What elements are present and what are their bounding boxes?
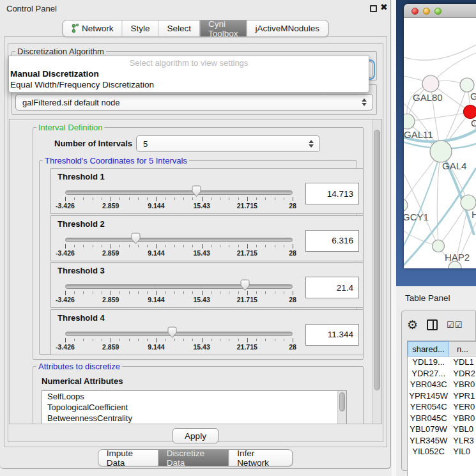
tab-style[interactable]: Style [121,20,158,36]
close-icon[interactable]: ✖ [380,2,388,12]
network-node-gal80[interactable] [422,75,439,92]
minor-tick [229,291,229,294]
network-canvas[interactable]: GAL80GALCGAL11GAL4GCY1HHAP2 [404,18,476,268]
minor-tick [102,339,102,341]
threshold-label: Threshold 3 [58,266,105,275]
control-panel-window: Control Panel ✖ NetworkStyleSelectCyni T… [0,0,391,469]
network-window-titlebar[interactable] [404,4,476,18]
cell-shared-name: YBR045C [408,413,449,424]
tab-cyni-toolbox[interactable]: Cyni Toolbox [199,20,247,36]
minimize-traffic-light-icon[interactable] [423,8,430,15]
network-node-gal4[interactable] [430,141,452,162]
table-data-combobox[interactable]: galFiltered.sif default node [15,94,373,111]
threshold-value-field[interactable]: 11.344 [305,324,359,346]
settings-scrollbar-thumb[interactable] [374,130,380,390]
table-row[interactable]: YDR27...YDR2 [408,368,476,380]
minor-tick [83,245,84,247]
minor-tick [256,197,257,200]
threshold-slider[interactable]: -3.4262.8599.14415.4321.71528 [65,279,293,305]
minor-tick [220,197,220,200]
slider-thumb[interactable] [240,279,250,294]
network-view-content: GAL80GALCGAL11GAL4GCY1HHAP2 [404,4,476,268]
threshold-label: Threshold 4 [58,313,105,323]
minor-tick [265,197,266,200]
table-row[interactable]: YPR145WYPR1 [408,390,476,402]
threshold-value-field[interactable]: 6.316 [305,230,359,252]
network-node-h[interactable] [461,195,476,210]
slider-rail [65,284,293,289]
close-traffic-light-icon[interactable] [411,8,418,15]
minor-tick [119,197,120,200]
threshold-value-field[interactable]: 14.713 [305,183,359,204]
dropdown-option[interactable]: Equal Width/Frequency Discretization [9,79,369,90]
table-row[interactable]: YDL19...YDL1 [408,357,476,368]
minor-tick [119,291,120,294]
threshold-slider[interactable]: -3.4262.8599.14415.4321.71528 [65,185,293,211]
float-window-icon[interactable] [370,5,377,12]
tick-label: 28 [289,343,296,351]
minor-tick [229,245,229,247]
tab-network[interactable]: Network [63,20,122,36]
table-row[interactable]: YBL079WYBL0 [408,424,476,435]
tab-jactivemnodules[interactable]: jActiveMNodules [247,20,328,36]
dropdown-option[interactable]: Manual Discretization [9,68,369,79]
table-row[interactable]: YBR043CYBR0 [408,379,476,390]
cell-shared-name: YER054C [408,401,449,413]
window-title: Control Panel [6,4,57,13]
gear-icon[interactable]: ⚙ [407,319,418,331]
network-node-gal[interactable] [460,78,474,92]
column-header-shared-name[interactable]: shared... [408,341,449,357]
attributes-scrollbar-thumb[interactable] [339,392,345,411]
minor-tick [284,197,284,200]
node-label: GCY1 [404,211,429,222]
major-tick [65,338,66,342]
minor-tick [129,197,130,200]
table-row[interactable]: YIL052CYIL0 [408,446,476,457]
minor-tick [74,197,75,200]
slider-thumb[interactable] [131,233,141,247]
node-label: GAL11 [404,129,433,140]
cell-name: YPR1 [449,390,476,402]
threshold-slider[interactable]: -3.4262.8599.14415.4321.71528 [65,233,293,258]
tick-label: 15.43 [193,249,210,257]
network-node-hap2[interactable] [433,240,445,252]
minor-tick [229,339,229,341]
table-row[interactable]: YBR045CYBR0 [408,413,476,424]
table-row[interactable]: YER054CYER0 [408,401,476,413]
cell-name: YIL0 [449,446,476,457]
node-label: H [472,209,476,220]
attribute-list-item[interactable]: BetweennessCentrality [42,413,346,424]
minor-tick [165,197,166,200]
zoom-traffic-light-icon[interactable] [434,8,441,15]
minor-tick [119,339,120,341]
select-columns-icon[interactable]: ☑☑ [447,320,463,330]
cell-shared-name: YBR043C [408,379,449,390]
threshold-slider[interactable]: -3.4262.8599.14415.4321.71528 [65,326,293,352]
num-intervals-combobox[interactable]: 5 [136,135,320,152]
threshold-value-field[interactable]: 21.4 [305,277,359,298]
major-tick [111,338,111,342]
table-panel-title: Table Panel [405,293,450,303]
minor-tick [147,197,148,200]
attributes-scrollbar[interactable] [337,391,346,424]
tab-impute-data[interactable]: Impute Data [98,450,158,466]
network-node-c[interactable] [464,105,476,119]
column-layout-icon[interactable] [427,319,438,330]
slider-thumb[interactable] [192,185,201,200]
tab-select[interactable]: Select [158,20,199,36]
tab-discretize-data[interactable]: Discretize Data [158,450,228,466]
attribute-list-item[interactable]: TopologicalCoefficient [42,402,346,413]
minor-tick [174,291,175,294]
table-row[interactable]: YLR345WYLR3 [408,435,476,447]
settings-scrollbar[interactable] [372,119,381,424]
column-header-name[interactable]: n... [449,341,476,357]
panel-divider [392,0,396,476]
tab-infer-network[interactable]: Infer Network [228,450,292,466]
tab-label: Style [130,24,150,33]
network-node-gcy1[interactable] [404,199,408,211]
apply-button[interactable]: Apply [173,428,219,443]
minor-tick [83,291,84,294]
slider-thumb[interactable] [167,326,177,341]
minor-tick [129,339,130,341]
attribute-list-item[interactable]: SelfLoops [42,391,346,402]
